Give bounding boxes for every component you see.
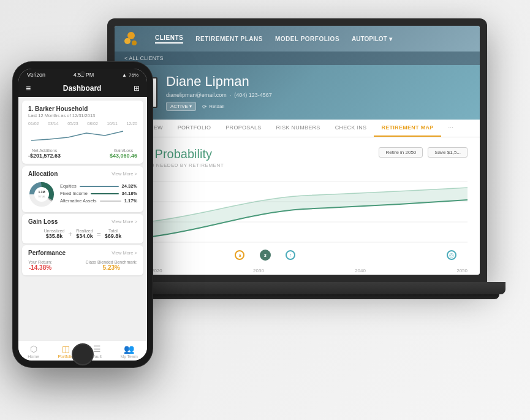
tab-check-ins[interactable]: CHECK INS [328,120,374,137]
team-label: My Team [120,354,137,359]
nav-item-clients[interactable]: CLIENTS [155,34,183,44]
phone: Verizon 4:52 PM ▲ 76% ≡ Dashboard ⊞ 1. B… [12,61,153,368]
home-icon: ⬡ [30,344,37,354]
client-contact: dianelipman@email.com · (404) 123-4567 [166,92,468,98]
gain-loss-view-more[interactable]: View More > [112,219,137,224]
benchmark-item: Class Blended Benchmark: 5.23% [86,260,137,271]
svg-text:TOTAL: TOTAL [38,195,46,198]
alloc-item-fixed: Fixed Income 34.18% [60,191,137,196]
nav-item-vault[interactable]: ☰ Vault [93,344,102,359]
retire-button[interactable]: Retire in 2050 [379,147,423,158]
chevron-down-icon: ▾ [389,36,392,42]
nav-item-my-team[interactable]: 👥 My Team [120,344,137,359]
performance-row: Your Return: -14.38% Class Blended Bench… [28,260,137,271]
timeline-dot-a[interactable]: a [235,250,244,260]
hero-info: Diane Lipman dianelipman@email.com · (40… [166,74,468,111]
x-label-2040: 2040 [355,268,366,273]
gain-loss-value: $43,060.46 [110,153,137,159]
phone-camera [80,71,85,76]
equities-bar [80,186,119,187]
carrier-label: Verizon [27,72,45,78]
allocation-row: 1.1M TOTAL Equities 24.32% Fixed Income [28,181,137,208]
tab-retirement-map[interactable]: RETIREMENT MAP [374,120,441,137]
household-name: 1. Barker Household [28,105,137,112]
client-meta: ACTIVE ▾ ⟳ Retdail [166,102,468,111]
retirement-chart: 3.0 M 2.5 M 2.0 M 1.5 M [127,175,468,273]
logo-icon [124,32,138,45]
performance-title: Performance [28,250,66,256]
status-badge[interactable]: ACTIVE ▾ [166,102,196,111]
client-name: Diane Lipman [166,74,468,90]
nav-item-autopilot[interactable]: AUTOPILOT ▾ [352,36,392,42]
your-return-item: Your Return: -14.38% [28,260,52,271]
tab-portfolio[interactable]: PORTFOLIO [170,120,219,137]
household-card: 1. Barker Household Last 12 Months as of… [22,101,143,164]
benchmark-value: 5.23% [86,264,137,271]
plus-operator: + [68,230,72,239]
alt-assets-bar [100,200,121,202]
gain-loss-section: Gain Loss View More > Unrealized $35.8k … [22,214,143,243]
timeline-dot-3[interactable]: 3 [260,250,271,261]
tab-proposals[interactable]: PROPOSALS [218,120,268,137]
allocation-items: Equities 24.32% Fixed Income 34.18% Alte… [60,183,137,205]
realized-item: Realized $34.0k [76,229,93,239]
sparkline-chart [28,128,137,143]
breadcrumb[interactable]: < ALL CLIENTS [115,52,480,65]
save-button[interactable]: Save $1,5... [428,147,468,158]
retool-link[interactable]: ⟳ Retdail [202,104,224,110]
phone-screen: Verizon 4:52 PM ▲ 76% ≡ Dashboard ⊞ 1. B… [18,69,147,361]
home-label: Home [28,354,39,359]
settings-icon[interactable]: ⊞ [134,84,140,93]
allocation-view-more[interactable]: View More > [112,171,137,177]
phone-scroll-content: 1. Barker Household Last 12 Months as of… [18,97,147,340]
laptop-body: CLIENTS RETIREMENT PLANS MODEL PORFOLIOS… [107,18,487,282]
household-subtitle: Last 12 Months as of 12/31/2013 [28,113,137,118]
performance-section: Performance View More > Your Return: -14… [22,245,143,275]
scene: CLIENTS RETIREMENT PLANS MODEL PORFOLIOS… [0,0,530,420]
total-gain-item: Total $69.8k [105,229,122,239]
phone-header: ≡ Dashboard ⊞ [18,80,147,97]
chart-controls: Retire in 2050 Save $1,5... [379,147,468,158]
performance-header: Performance View More > [28,250,137,256]
phone-home-button[interactable] [72,343,94,365]
tab-risk-numbers[interactable]: RISK NUMBERS [269,120,328,137]
timeline-dot-end[interactable]: ◎ [447,250,456,260]
retirement-map-content: 95% Probability $2,457,000 NEEDED BY RET… [115,137,480,275]
phone-title: Dashboard [63,84,102,93]
alloc-item-equities: Equities 24.32% [60,183,137,189]
laptop-screen: CLIENTS RETIREMENT PLANS MODEL PORFOLIOS… [115,26,480,275]
status-icons: ▲ 76% [122,72,138,78]
allocation-title: Allocation [28,170,58,177]
net-additions-value: -$201,572.63 [28,153,61,159]
nav-item-retirement-plans[interactable]: RETIREMENT PLANS [195,36,263,42]
x-label-2050: 2050 [456,268,468,273]
laptop: CLIENTS RETIREMENT PLANS MODEL PORFOLIOS… [107,18,487,374]
screen-nav: CLIENTS RETIREMENT PLANS MODEL PORFOLIOS… [115,26,480,52]
metrics-row: Net Additions -$201,572.63 Gain/Loss $43… [28,148,137,159]
menu-icon[interactable]: ≡ [26,83,31,93]
alloc-item-alt: Alternative Assets 1.17% [60,198,137,204]
team-icon: 👥 [124,344,134,354]
timeline-dot-arrow[interactable]: ↑ [286,250,295,260]
chart-svg-area: a 3 ↑ ◎ [151,175,468,261]
your-return-value: -14.38% [28,264,52,271]
wifi-icon: ▲ [122,72,127,78]
donut-chart: 1.1M TOTAL [28,181,55,208]
chart-x-labels: 2020 2030 2040 2050 [151,268,468,273]
allocation-header: Allocation View More > [28,170,137,177]
svg-text:1.1M: 1.1M [38,190,45,194]
gain-loss-row: Unrealized $35.8k + Realized $34.0k = To… [28,229,137,239]
nav-item-model-porfolios[interactable]: MODEL PORFOLIOS [275,36,339,42]
gain-loss-header: Gain Loss View More > [28,218,137,225]
performance-view-more[interactable]: View More > [112,250,137,256]
x-label-2030: 2030 [253,268,264,273]
portfolio-icon: ◫ [62,344,70,354]
screen-tabs: OVERVIEW PORTFOLIO PROPOSALS RISK NUMBER… [115,120,480,137]
vault-icon: ☰ [93,344,101,354]
unrealized-item: Unrealized $35.8k [44,229,64,239]
nav-item-home[interactable]: ⬡ Home [28,344,39,359]
nav-item-portfolio[interactable]: ◫ Portfolio [58,344,74,359]
equals-operator: = [97,230,101,239]
tab-more[interactable]: ··· [441,120,461,137]
hero-section: RISK 38 Diane Lipman dianelipman@email.c… [115,65,480,120]
